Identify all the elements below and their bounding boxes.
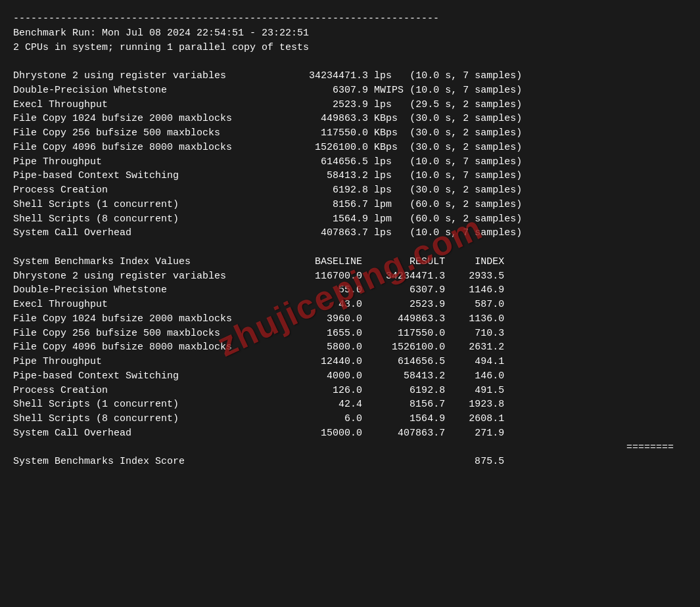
index-row-result: 407863.7 [362, 426, 445, 441]
benchmark-row: System Call Overhead 407863.7 lps (10.0 … [13, 226, 687, 240]
index-row-baseline: 126.0 [291, 384, 362, 398]
index-row-name: File Copy 4096 bufsize 8000 maxblocks [13, 340, 291, 355]
bench-unit: KBps [368, 141, 409, 155]
bench-value: 1564.9 [291, 212, 368, 227]
benchmark-row: Process Creation 6192.8 lps (30.0 s, 2 s… [13, 183, 687, 198]
header-line1: Benchmark Run: Mon Jul 08 2024 22:54:51 … [13, 26, 687, 41]
index-row-result: 117550.0 [362, 326, 445, 341]
index-row-result: 58413.2 [362, 369, 445, 384]
bench-value: 407863.7 [291, 226, 368, 240]
index-row-result: 6307.9 [362, 283, 445, 298]
index-row: Pipe-based Context Switching 4000.0 5841… [13, 369, 687, 384]
index-row-name: System Call Overhead [13, 426, 291, 441]
index-header-result: RESULT [362, 255, 445, 269]
bench-value: 449863.3 [291, 112, 368, 126]
bench-name: File Copy 1024 bufsize 2000 maxblocks [13, 112, 291, 126]
index-row-index: 146.0 [445, 369, 504, 384]
index-row-index: 491.5 [445, 384, 504, 398]
bench-unit: KBps [368, 112, 409, 126]
index-row-result: 8156.7 [362, 397, 445, 412]
index-row-index: 2933.5 [445, 269, 504, 284]
index-row-name: File Copy 1024 bufsize 2000 maxblocks [13, 312, 291, 326]
separator-top: ----------------------------------------… [13, 12, 687, 26]
score-value: 875.5 [291, 455, 504, 469]
benchmark-row: Pipe Throughput 614656.5 lps (10.0 s, 7 … [13, 155, 687, 169]
bench-extra: (30.0 s, 2 samples) [409, 183, 522, 198]
bench-extra: (10.0 s, 7 samples) [409, 83, 522, 98]
bench-unit: lps [368, 69, 409, 83]
index-row-name: Double-Precision Whetstone [13, 283, 291, 298]
index-row: Shell Scripts (1 concurrent) 42.4 8156.7… [13, 397, 687, 412]
bench-unit: lpm [368, 198, 409, 212]
index-row-name: Execl Throughput [13, 298, 291, 312]
index-row-name: Shell Scripts (8 concurrent) [13, 412, 291, 426]
index-row: Process Creation 126.0 6192.8 491.5 [13, 384, 687, 398]
bench-unit: lps [368, 183, 409, 198]
index-row-result: 1526100.0 [362, 340, 445, 355]
index-row-baseline: 12440.0 [291, 355, 362, 369]
bench-name: Double-Precision Whetstone [13, 83, 291, 98]
bench-extra: (10.0 s, 7 samples) [409, 155, 522, 169]
index-row-result: 6192.8 [362, 384, 445, 398]
benchmark-row: File Copy 1024 bufsize 2000 maxblocks 44… [13, 112, 687, 126]
index-header-row: System Benchmarks Index Values BASELINE … [13, 255, 687, 269]
index-row-baseline: 116700.0 [291, 269, 362, 284]
benchmark-row: Double-Precision Whetstone 6307.9 MWIPS … [13, 83, 687, 98]
index-row-baseline: 6.0 [291, 412, 362, 426]
index-row: Dhrystone 2 using register variables 116… [13, 269, 687, 284]
bench-extra: (60.0 s, 2 samples) [409, 212, 522, 227]
index-row: File Copy 256 bufsize 500 maxblocks 1655… [13, 326, 687, 341]
header-line2: 2 CPUs in system; running 1 parallel cop… [13, 41, 687, 55]
bench-name: File Copy 4096 bufsize 8000 maxblocks [13, 141, 291, 155]
terminal-output: ----------------------------------------… [13, 12, 687, 469]
bench-name: Shell Scripts (1 concurrent) [13, 198, 291, 212]
index-row-baseline: 3960.0 [291, 312, 362, 326]
blank-1 [13, 55, 687, 69]
bench-unit: KBps [368, 126, 409, 141]
benchmark-row: Shell Scripts (1 concurrent) 8156.7 lpm … [13, 198, 687, 212]
index-row-result: 1564.9 [362, 412, 445, 426]
index-row-index: 1923.8 [445, 397, 504, 412]
benchmark-row: Dhrystone 2 using register variables 342… [13, 69, 687, 83]
bench-unit: lps [368, 98, 409, 112]
index-rows: Dhrystone 2 using register variables 116… [13, 269, 687, 441]
bench-value: 58413.2 [291, 169, 368, 183]
index-row-index: 494.1 [445, 355, 504, 369]
benchmark-row: Pipe-based Context Switching 58413.2 lps… [13, 169, 687, 183]
index-row-baseline: 4000.0 [291, 369, 362, 384]
bench-extra: (30.0 s, 2 samples) [409, 141, 522, 155]
index-row-name: Shell Scripts (1 concurrent) [13, 397, 291, 412]
index-row: Execl Throughput 43.0 2523.9 587.0 [13, 298, 687, 312]
bench-name: Shell Scripts (8 concurrent) [13, 212, 291, 227]
index-row-index: 710.3 [445, 326, 504, 341]
index-row: File Copy 4096 bufsize 8000 maxblocks 58… [13, 340, 687, 355]
index-row: System Call Overhead 15000.0 407863.7 27… [13, 426, 687, 441]
bench-value: 1526100.0 [291, 141, 368, 155]
index-row-index: 2631.2 [445, 340, 504, 355]
bench-unit: lps [368, 169, 409, 183]
bench-value: 117550.0 [291, 126, 368, 141]
bench-unit: MWIPS [368, 83, 409, 98]
score-row: System Benchmarks Index Score 875.5 [13, 455, 687, 469]
benchmark-row: File Copy 256 bufsize 500 maxblocks 1175… [13, 126, 687, 141]
index-row: Pipe Throughput 12440.0 614656.5 494.1 [13, 355, 687, 369]
index-row-name: Dhrystone 2 using register variables [13, 269, 291, 284]
index-header-baseline: BASELINE [291, 255, 362, 269]
bench-value: 2523.9 [291, 98, 368, 112]
bench-name: Execl Throughput [13, 98, 291, 112]
bench-extra: (60.0 s, 2 samples) [409, 198, 522, 212]
index-row-name: Pipe-based Context Switching [13, 369, 291, 384]
blank-2 [13, 240, 687, 255]
bench-unit: lpm [368, 212, 409, 227]
index-row-baseline: 15000.0 [291, 426, 362, 441]
index-row-baseline: 55.0 [291, 283, 362, 298]
bench-name: System Call Overhead [13, 226, 291, 240]
benchmark-row: Execl Throughput 2523.9 lps (29.5 s, 2 s… [13, 98, 687, 112]
benchmark-row: File Copy 4096 bufsize 8000 maxblocks 15… [13, 141, 687, 155]
benchmark-results: Dhrystone 2 using register variables 342… [13, 69, 687, 240]
index-row: Double-Precision Whetstone 55.0 6307.9 1… [13, 283, 687, 298]
index-row-result: 614656.5 [362, 355, 445, 369]
index-row: File Copy 1024 bufsize 2000 maxblocks 39… [13, 312, 687, 326]
equals-line: ======== [13, 441, 687, 455]
index-row-result: 2523.9 [362, 298, 445, 312]
